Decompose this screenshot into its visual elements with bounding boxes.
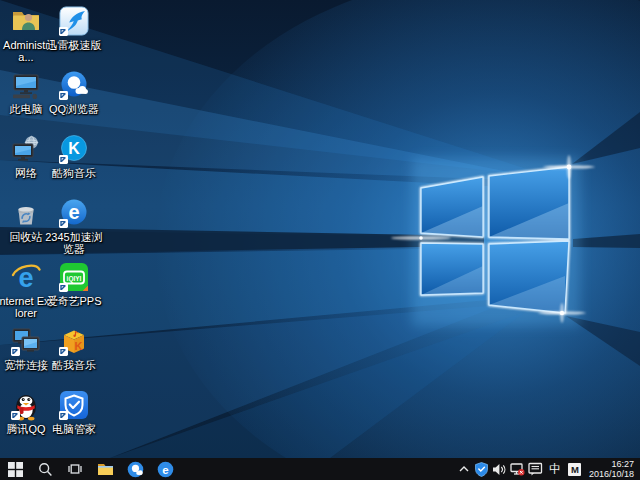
internet-explorer-icon: e bbox=[10, 261, 42, 293]
file-explorer-button[interactable] bbox=[90, 458, 120, 480]
ime-language-badge: M bbox=[568, 463, 581, 476]
desktop-icon-administrator[interactable]: Administra... bbox=[2, 2, 50, 66]
tray-volume-icon[interactable] bbox=[491, 458, 509, 480]
desktop-icon-pc-manager[interactable]: 电脑管家 bbox=[50, 386, 98, 450]
this-pc-icon bbox=[10, 69, 42, 101]
qq-browser-icon bbox=[127, 461, 144, 478]
tray-pc-manager-icon[interactable] bbox=[473, 458, 491, 480]
svg-text:K: K bbox=[75, 340, 83, 352]
task-view-button[interactable] bbox=[60, 458, 90, 480]
desktop-icon-thunder[interactable]: 迅雷极速版 bbox=[50, 2, 98, 66]
tray-show-hidden-icons-button[interactable] bbox=[455, 458, 473, 480]
search-icon bbox=[38, 462, 53, 477]
taskbar-2345-browser-button[interactable]: e bbox=[150, 458, 180, 480]
network-icon bbox=[10, 133, 42, 165]
icon-label: 2345加速浏览器 bbox=[44, 231, 104, 255]
desktop-icon-iqiyi[interactable]: iQIYI 爱奇艺PPS bbox=[50, 258, 98, 322]
file-explorer-icon bbox=[97, 462, 114, 477]
tray-ime-language-indicator[interactable]: M bbox=[565, 458, 585, 480]
recycle-bin-icon bbox=[10, 197, 42, 229]
desktop-icon-tencent-qq[interactable]: 腾讯QQ bbox=[2, 386, 50, 450]
speaker-icon bbox=[492, 463, 507, 476]
icon-label: 电脑管家 bbox=[44, 423, 104, 435]
2345-browser-icon: e bbox=[157, 461, 174, 478]
icon-label: QQ浏览器 bbox=[44, 103, 104, 115]
desktop-icon-2345[interactable]: e 2345加速浏览器 bbox=[50, 194, 98, 258]
clock-time: 16:27 bbox=[611, 459, 634, 469]
search-button[interactable] bbox=[30, 458, 60, 480]
kuwo-music-icon: K bbox=[58, 325, 90, 357]
desktop-icon-internet-explorer[interactable]: e Internet Explorer bbox=[2, 258, 50, 322]
desktop: Administra... 此电脑 bbox=[0, 0, 640, 480]
desktop-icon-grid: Administra... 此电脑 bbox=[2, 2, 112, 454]
user-folder-icon bbox=[10, 5, 42, 37]
svg-text:e: e bbox=[162, 463, 168, 475]
icon-label: 酷狗音乐 bbox=[44, 167, 104, 179]
taskbar-qq-browser-button[interactable] bbox=[120, 458, 150, 480]
tray-ime-mode-indicator[interactable]: 中 bbox=[545, 458, 565, 480]
desktop-icon-network[interactable]: 网络 bbox=[2, 130, 50, 194]
qq-penguin-icon bbox=[10, 389, 42, 421]
desktop-icon-qq-browser[interactable]: QQ浏览器 bbox=[50, 66, 98, 130]
chevron-up-icon bbox=[458, 464, 470, 474]
tray-network-disconnected-icon[interactable] bbox=[509, 458, 527, 480]
taskbar: e bbox=[0, 458, 640, 480]
network-disconnected-icon bbox=[510, 462, 525, 476]
desktop-icon-kugou[interactable]: K 酷狗音乐 bbox=[50, 130, 98, 194]
kugou-music-icon: K bbox=[58, 133, 90, 165]
svg-text:K: K bbox=[68, 140, 80, 157]
broadband-connection-icon bbox=[10, 325, 42, 357]
tray-action-center-icon[interactable] bbox=[527, 458, 545, 480]
2345-browser-icon: e bbox=[58, 197, 90, 229]
tray-clock[interactable]: 16:27 2016/10/18 bbox=[585, 458, 640, 480]
iqiyi-pps-icon: iQIYI bbox=[58, 261, 90, 293]
icon-label: 酷我音乐 bbox=[44, 359, 104, 371]
start-button[interactable] bbox=[0, 458, 30, 480]
clock-date: 2016/10/18 bbox=[589, 469, 634, 479]
desktop-icon-broadband[interactable]: 宽带连接 bbox=[2, 322, 50, 386]
icon-label: 爱奇艺PPS bbox=[44, 295, 104, 307]
thunder-bird-icon bbox=[58, 5, 90, 37]
taskbar-tray: 中 M 16:27 2016/10/18 bbox=[455, 458, 640, 480]
taskbar-left: e bbox=[0, 458, 180, 480]
action-center-icon bbox=[528, 462, 543, 476]
qq-browser-icon bbox=[58, 69, 90, 101]
svg-text:e: e bbox=[68, 201, 79, 223]
task-view-icon bbox=[67, 462, 83, 476]
icon-label: 迅雷极速版 bbox=[44, 39, 104, 51]
desktop-icon-kuwo[interactable]: K 酷我音乐 bbox=[50, 322, 98, 386]
shield-icon bbox=[475, 462, 488, 477]
desktop-icon-this-pc[interactable]: 此电脑 bbox=[2, 66, 50, 130]
pc-manager-shield-icon bbox=[58, 389, 90, 421]
desktop-icon-recycle-bin[interactable]: 回收站 bbox=[2, 194, 50, 258]
windows-logo-icon bbox=[8, 462, 23, 477]
svg-text:iQIYI: iQIYI bbox=[67, 275, 82, 283]
